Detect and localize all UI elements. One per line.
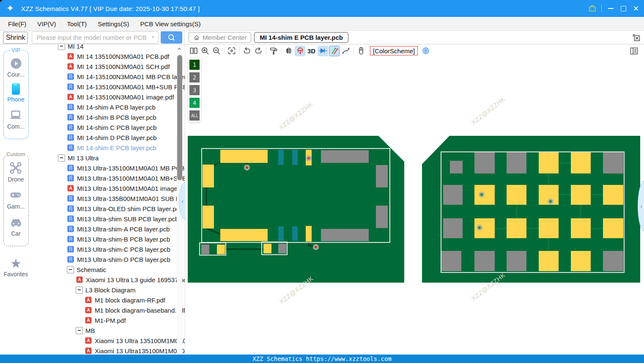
tree-item[interactable]: M1 block diagram-baseband.pdf [32,305,185,315]
sidebar-item-label: Drone [8,176,24,183]
tab-member-center[interactable]: Member Center [189,32,251,43]
net-highlight-button[interactable] [295,46,305,56]
tree-item[interactable]: Xiaomi 13 Ultra135100M1M0A01 PCB.pdf [32,346,185,355]
collapse-toggle-icon[interactable] [76,286,83,294]
sidebar-item-favorites[interactable]: ★Favorites [4,257,28,278]
layer-button-4[interactable]: 4 [189,98,200,108]
tree-item[interactable]: MI 14 135100N3M0A01 SCH.pdf [32,61,185,72]
tree-item[interactable]: MI 14-shim D PCB layer.pcb [32,132,185,143]
license-briefcase-icon[interactable] [586,0,599,17]
collapse-toggle-icon[interactable] [67,266,74,273]
close-all-tabs-icon[interactable] [631,33,641,42]
probe-measure-button[interactable] [329,46,340,56]
sidebar-item-cour[interactable]: Cour... [7,57,25,78]
collapse-toggle-icon[interactable] [76,327,83,334]
close-button[interactable]: ✕ [630,0,642,17]
zoom-in-button[interactable] [200,46,210,56]
scroll-up-icon[interactable] [175,45,183,53]
pcb-file-icon [67,134,74,141]
menu-item-tool[interactable]: Tool(T) [62,17,93,30]
layer-button-all[interactable]: ALL [189,110,200,121]
curve-tool-button[interactable] [340,46,351,56]
component-outline [261,242,288,255]
menu-item-vip[interactable]: VIP(V) [32,17,61,30]
tree-item[interactable]: MI13 Ultra-shim SUB PCB layer.pcb [32,214,185,224]
tree-folder[interactable]: Schematic [32,264,185,275]
tree-folder[interactable]: MI 13 Ultra [32,153,185,163]
target-view-button[interactable] [420,46,431,56]
tree-item[interactable]: MI 14-shim A PCB layer.pcb [32,102,185,112]
zoom-out-button[interactable] [211,46,222,56]
tree-item[interactable]: MI13 Ultra-OLED shim PCB layer.pcb [32,204,185,214]
tree-item[interactable]: MI 14 135100N3M0A01 PCB.pdf [32,51,185,61]
sidebar-item-car[interactable]: Car [9,215,23,237]
tree-item[interactable]: MI13 Ultra-shim-D PCB layer.pcb [32,254,185,264]
mouse-settings-button[interactable] [356,46,366,56]
layer-button-2[interactable]: 2 [189,72,200,82]
tree-item[interactable]: M1-PM.pdf [32,315,185,325]
tree-item[interactable]: MI13 Ultra-shim-B PCB layer.pcb [32,234,185,244]
tree-folder[interactable]: MI 14 [32,44,185,51]
tree-folder[interactable]: MB [32,325,185,336]
sidebar-item-phone[interactable]: Phone [7,83,24,103]
search-input[interactable] [32,31,159,44]
collapse-toggle-icon[interactable] [58,44,65,50]
menu-item-file[interactable]: File(F) [3,17,32,30]
panel-toggle-icon[interactable] [629,46,639,56]
component-outline [199,242,226,256]
maximize-button[interactable] [617,0,630,17]
tree-item[interactable]: Xiaomi 13 Ultra L3 guide 169537.pdf [32,275,185,285]
sidebar-item-com[interactable]: Com... [7,108,25,130]
flip-horizontal-button[interactable] [283,46,294,56]
tree-scrollbar-thumb[interactable] [177,55,182,180]
rotate-left-button[interactable] [241,46,252,56]
tree-item[interactable]: MI 14-shim B PCB layer.pcb [32,112,185,122]
menu-item-pcb-view-settings[interactable]: PCB View settings(S) [134,17,206,30]
tree-item[interactable]: MI 14-shim E PCB layer.pcb [32,143,185,153]
tree-item[interactable]: MI 14-135100N3M0A01 MB+SUB PCB layer.pcb [32,82,185,92]
chevron-down-icon[interactable]: ⌄ [151,33,155,39]
tree-item[interactable]: MI13 Ultra-135100M1M0A01 MB+SUB PCB laye… [32,173,185,183]
menu-item-settings[interactable]: Settings(S) [92,17,134,30]
tree-item[interactable]: MI13 Ultra-shim-A PCB layer.pcb [32,224,185,234]
tree-item[interactable]: MI 14-shim C PCB layer.pcb [32,122,185,132]
minimize-button[interactable] [604,0,617,17]
tree-folder[interactable]: L3 Block Diagram [32,285,185,295]
layer-button-1[interactable]: 1 [189,60,200,70]
color-scheme-button[interactable]: [ColorScheme] [370,46,418,55]
tree-item[interactable]: Xiaomi 13 Ultra 135100M1M0A01 SCH.pdf [32,336,185,346]
pcb-canvas[interactable]: 3D[ColorScheme] 1234ALL XZZ@XZZHKXZZ@XZZ… [185,44,644,355]
status-text: XZZ Schematics https://www.xzztools.com [252,355,392,362]
sidebar-item-gam[interactable]: Gam... [7,188,25,210]
paint-roller-button[interactable] [268,46,279,56]
fit-view-button[interactable] [226,46,237,56]
tree-item-label: MI 14-shim C PCB layer.pcb [77,124,156,131]
pdf-file-icon [85,347,92,355]
shrink-button[interactable]: Shrink [3,32,28,44]
view-3d-button[interactable]: 3D [306,46,317,56]
layer-button-3[interactable]: 3 [189,85,200,95]
watermark: XZZ@XZZHK [470,95,507,126]
tree-item-label: MI13 Ultra-135B00M1M0A01 SUB PCB layer.p… [77,195,185,202]
tree-item[interactable]: MI 14-135100N3M0A01 image.pdf [32,92,185,102]
diode-direction-button[interactable] [318,46,328,56]
tree-item[interactable]: MI13 Ultra-135B00M1M0A01 SUB PCB layer.p… [32,193,185,204]
rotate-right-button[interactable] [253,46,263,56]
split-view-button[interactable] [188,46,199,56]
fit-view-icon [227,46,236,55]
title-bar: ✦ XZZ Schematics V4.77 [ VIP Due date: 2… [0,0,644,17]
tree-item[interactable]: MI13 Ultra-135100M1M0A01 image.pdf [32,183,185,193]
tree-item-label: MI 14 135100N3M0A01 SCH.pdf [77,63,170,70]
probe-measure-icon [330,46,339,55]
search-button[interactable] [161,31,182,44]
collapse-toggle-icon[interactable] [58,154,65,162]
tree-item[interactable]: MI13 Ultra-shim-C PCB layer.pcb [32,244,185,254]
tree-item[interactable]: MI13 Ultra-135100M1M0A01 MB PCB layer.pc… [32,163,185,173]
tab-pcb-file[interactable]: MI 14-shim E PCB layer.pcb [254,32,348,43]
tree-item[interactable]: MI 14-135100N3M0A01 MB PCB layer.pcb [32,72,185,82]
diode-direction-icon [318,46,328,55]
via [244,165,250,170]
pcb-file-icon [67,124,74,131]
sidebar-item-drone[interactable]: Drone [8,161,24,183]
tree-item[interactable]: M1 block diagram-RF.pdf [32,295,185,305]
